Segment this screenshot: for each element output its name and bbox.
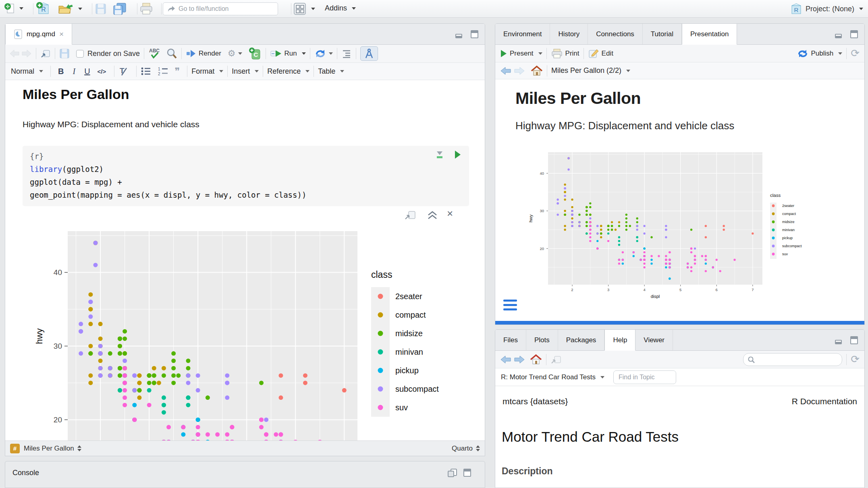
presentation-viewport[interactable]: Miles Per Gallon Highway MPG: Displaceme… <box>495 79 865 322</box>
spellcheck-icon[interactable]: ABC <box>148 48 161 60</box>
help-search-input[interactable] <box>757 356 838 363</box>
render-on-save-checkbox[interactable] <box>76 50 84 58</box>
run-caret[interactable] <box>302 52 306 55</box>
code-format-button[interactable]: </> <box>98 68 106 75</box>
tab-connections[interactable]: Connections <box>588 24 643 44</box>
tab-history[interactable]: History <box>550 24 588 44</box>
slide-location-menu[interactable]: Miles Per Gallon (2/2) <box>551 66 630 75</box>
minimize-pane-icon[interactable] <box>455 30 465 38</box>
help-back-icon[interactable] <box>500 355 511 364</box>
help-refresh-icon[interactable]: ⟳ <box>851 353 860 366</box>
save-icon[interactable] <box>59 48 70 59</box>
run-chunk-icon[interactable] <box>454 150 462 159</box>
render-settings-caret[interactable] <box>238 52 242 55</box>
find-in-topic-input[interactable] <box>619 374 671 381</box>
chunk-output-popout-icon[interactable] <box>404 210 416 220</box>
maximize-pane-icon[interactable] <box>850 336 859 345</box>
format-menu[interactable]: Format <box>191 67 223 76</box>
new-project-button[interactable]: R <box>35 2 52 16</box>
tab-plots[interactable]: Plots <box>526 330 558 350</box>
forward-icon[interactable] <box>21 49 32 58</box>
addins-menu[interactable]: Addins <box>325 4 356 12</box>
help-content[interactable]: mtcars {datasets} R Documentation Motor … <box>495 386 865 488</box>
tab-viewer[interactable]: Viewer <box>635 330 673 350</box>
slide-menu-hamburger-icon[interactable] <box>503 300 517 313</box>
publish-caret[interactable] <box>838 52 842 55</box>
edit-presentation-button[interactable]: Edit <box>588 48 613 59</box>
open-file-caret[interactable] <box>78 8 82 10</box>
rerun-icon[interactable] <box>314 48 326 59</box>
tab-tutorial[interactable]: Tutorial <box>643 24 682 44</box>
code-chunk[interactable]: {r} library(ggplot2)ggplot(data = mpg) +… <box>23 146 469 206</box>
project-menu[interactable]: R Project: (None) <box>789 2 863 16</box>
slide-forward-icon[interactable] <box>514 66 525 76</box>
new-file-caret[interactable] <box>19 7 23 10</box>
minimize-pane-icon[interactable] <box>835 30 844 38</box>
reference-menu[interactable]: Reference <box>267 67 309 76</box>
help-forward-icon[interactable] <box>514 355 525 364</box>
console-maximize-icon[interactable] <box>463 468 472 477</box>
tab-presentation[interactable]: Presentation <box>682 24 737 45</box>
tab-close-icon[interactable]: × <box>59 30 64 39</box>
presentation-progress-bar[interactable] <box>495 321 864 325</box>
panes-layout-button[interactable] <box>293 2 315 15</box>
blockquote-button[interactable]: ❞ <box>174 66 180 77</box>
rerun-caret[interactable] <box>329 52 333 55</box>
table-menu[interactable]: Table <box>318 67 344 76</box>
run-chunks-above-icon[interactable] <box>435 151 444 159</box>
console-title[interactable]: Console <box>12 469 39 477</box>
outline-icon[interactable] <box>341 49 352 58</box>
statusbar-outline-item[interactable]: Miles Per Gallon <box>24 445 74 453</box>
open-file-button[interactable] <box>57 3 82 15</box>
outline-updown-icon[interactable] <box>77 445 81 451</box>
print-presentation-button[interactable]: Print <box>551 48 579 59</box>
slide-back-icon[interactable] <box>500 66 511 76</box>
tab-files[interactable]: Files <box>495 330 526 350</box>
new-file-button[interactable] <box>4 2 23 14</box>
run-button[interactable]: Run <box>270 49 306 58</box>
bold-button[interactable]: B <box>58 67 64 76</box>
maximize-pane-icon[interactable] <box>470 30 479 39</box>
goto-file-input[interactable] <box>179 5 271 12</box>
statusbar-mode[interactable]: Quarto <box>452 445 473 453</box>
maximize-pane-icon[interactable] <box>850 30 859 39</box>
find-in-topic-box[interactable] <box>613 370 676 384</box>
panes-layout-caret[interactable] <box>311 8 315 10</box>
goto-file-box[interactable] <box>163 2 278 15</box>
help-popout-icon[interactable] <box>550 355 562 364</box>
help-topic-menu[interactable]: R: Motor Trend Car Road Tests <box>501 373 604 381</box>
tab-help[interactable]: Help <box>604 330 635 351</box>
help-home-icon[interactable] <box>530 354 542 365</box>
tab-mpg-qmd[interactable]: mpg.qmd × <box>5 24 72 45</box>
console-minimize-icon[interactable] <box>447 468 457 478</box>
find-replace-icon[interactable] <box>166 48 177 59</box>
minimize-pane-icon[interactable] <box>835 336 844 344</box>
help-search-box[interactable] <box>743 353 842 366</box>
chunk-output-close-icon[interactable]: × <box>447 207 453 220</box>
insert-menu[interactable]: Insert <box>232 67 259 76</box>
tab-packages[interactable]: Packages <box>558 330 605 350</box>
paragraph-style-menu[interactable]: Normal <box>11 67 43 76</box>
present-caret[interactable] <box>538 52 542 55</box>
mode-updown-icon[interactable] <box>476 445 480 451</box>
document-canvas[interactable]: Miles Per Gallon Highway MPG: Displaceme… <box>5 80 485 441</box>
present-button[interactable]: Present <box>500 49 542 58</box>
slide-home-icon[interactable] <box>531 65 543 77</box>
publish-button[interactable]: Publish <box>797 49 842 58</box>
back-icon[interactable] <box>9 49 20 58</box>
popout-icon[interactable] <box>40 49 51 58</box>
bullet-list-icon[interactable] <box>141 67 151 76</box>
render-settings-gear-icon[interactable]: ⚙ <box>228 48 236 59</box>
insert-chunk-icon[interactable]: C <box>249 47 262 60</box>
chunk-output-collapse-icon[interactable] <box>427 211 438 220</box>
print-button[interactable] <box>139 2 153 15</box>
chunk-code[interactable]: library(ggplot2)ggplot(data = mpg) + geo… <box>30 163 462 201</box>
presentation-refresh-icon[interactable]: ⟳ <box>851 47 860 60</box>
render-button[interactable]: Render <box>186 49 221 58</box>
clear-formatting-icon[interactable]: T <box>118 66 129 76</box>
visual-editor-toggle[interactable] <box>360 46 378 61</box>
underline-button[interactable]: U <box>84 67 90 76</box>
numbered-list-icon[interactable]: 12 <box>158 66 169 76</box>
save-button[interactable] <box>95 3 106 14</box>
save-all-button[interactable] <box>113 2 127 15</box>
